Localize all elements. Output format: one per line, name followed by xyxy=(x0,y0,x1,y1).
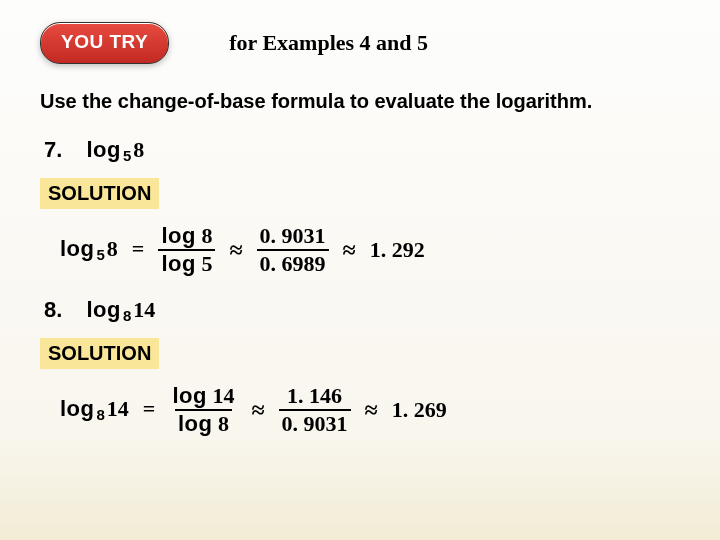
work8-frac1-bot-arg: 8 xyxy=(218,411,229,436)
work7-frac1-top: log 8 xyxy=(158,225,215,249)
work7-frac1: log 8 log 5 xyxy=(158,225,215,275)
instruction-text: Use the change-of-base formula to evalua… xyxy=(40,88,680,115)
work8-approx1: ≈ xyxy=(251,398,264,422)
work7-lhs-log: log xyxy=(60,236,95,261)
solution-work-7: log58 = log 8 log 5 ≈ 0. 9031 0. 6989 ≈ … xyxy=(60,225,680,275)
work8-frac1-bot: log 8 xyxy=(175,409,232,435)
work8-frac2-top: 1. 146 xyxy=(284,385,345,409)
work7-lhs-arg: 8 xyxy=(107,236,118,261)
problem-7-log: log xyxy=(86,137,121,162)
problem-8-arg: 14 xyxy=(133,297,155,322)
problem-7-base: 5 xyxy=(121,147,133,164)
problem-7-arg: 8 xyxy=(133,137,144,162)
work8-frac1-top-arg: 14 xyxy=(212,383,234,408)
solution-label-7: SOLUTION xyxy=(40,178,159,209)
work7-lhs-base: 5 xyxy=(95,246,107,263)
work7-lhs: log58 xyxy=(60,238,118,263)
work8-lhs-log: log xyxy=(60,396,95,421)
work7-frac1-top-log: log xyxy=(161,223,196,248)
problem-7: 7. log58 xyxy=(44,137,680,164)
you-try-badge: YOU TRY xyxy=(40,22,169,64)
work8-frac2-bot: 0. 9031 xyxy=(279,409,351,435)
work8-frac1: log 14 log 8 xyxy=(169,385,237,435)
solution-label-8: SOLUTION xyxy=(40,338,159,369)
work8-frac1-bot-log: log xyxy=(178,411,213,436)
work7-approx2: ≈ xyxy=(343,238,356,262)
problem-8: 8. log814 xyxy=(44,297,680,324)
work8-frac2: 1. 146 0. 9031 xyxy=(279,385,351,435)
work8-lhs-base: 8 xyxy=(95,406,107,423)
work8-frac1-top-log: log xyxy=(172,383,207,408)
work7-result: 1. 292 xyxy=(370,239,425,261)
work7-frac1-bot-arg: 5 xyxy=(201,251,212,276)
work7-frac2: 0. 9031 0. 6989 xyxy=(257,225,329,275)
work8-frac1-top: log 14 xyxy=(169,385,237,409)
work7-frac2-top: 0. 9031 xyxy=(257,225,329,249)
work8-lhs-arg: 14 xyxy=(107,396,129,421)
solution-work-8: log814 = log 14 log 8 ≈ 1. 146 0. 9031 ≈… xyxy=(60,385,680,435)
problem-8-number: 8. xyxy=(44,297,62,322)
work7-frac1-bot-log: log xyxy=(161,251,196,276)
work7-frac1-bot: log 5 xyxy=(158,249,215,275)
problem-7-number: 7. xyxy=(44,137,62,162)
header-subtitle: for Examples 4 and 5 xyxy=(229,30,428,56)
work7-frac1-top-arg: 8 xyxy=(201,223,212,248)
work8-equals: = xyxy=(143,398,156,420)
header: YOU TRY for Examples 4 and 5 xyxy=(40,22,680,64)
work7-equals: = xyxy=(132,238,145,260)
problem-8-log: log xyxy=(86,297,121,322)
work7-frac2-bot: 0. 6989 xyxy=(257,249,329,275)
work7-approx1: ≈ xyxy=(229,238,242,262)
work8-approx2: ≈ xyxy=(365,398,378,422)
work8-lhs: log814 xyxy=(60,398,129,423)
work8-result: 1. 269 xyxy=(392,399,447,421)
problem-8-base: 8 xyxy=(121,307,133,324)
